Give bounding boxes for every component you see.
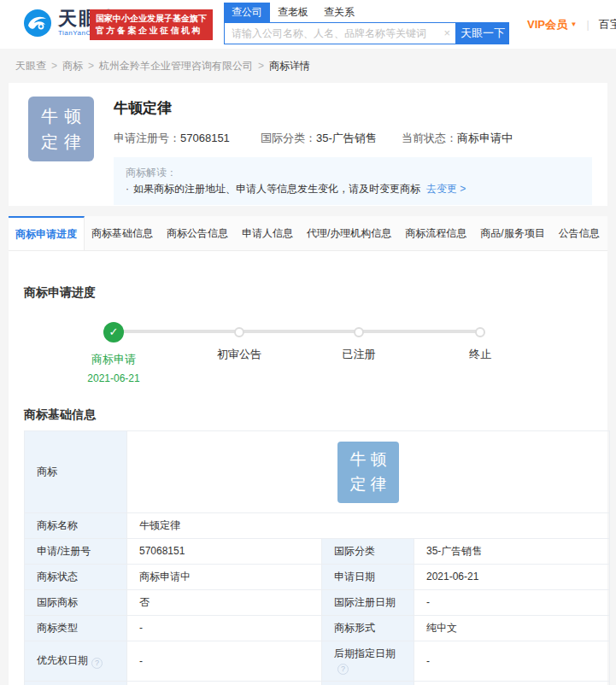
- info-label: 部分驳回: [322, 682, 414, 685]
- table-row: 商标 牛顿 定律: [25, 431, 610, 513]
- check-circle-icon: ✓: [103, 322, 124, 342]
- info-label: 商标: [25, 431, 127, 513]
- trademark-image-table: 牛顿 定律: [337, 442, 399, 503]
- trademark-summary-card: 牛顿 定律 牛顿定律 申请注册号：57068151国际分类：35-广告销售当前状…: [9, 83, 607, 206]
- info-label: 申请/注册号: [25, 539, 127, 565]
- bullet: ·: [126, 183, 129, 195]
- step-date: 2021-06-21: [58, 372, 169, 384]
- interpretation-title: 商标解读：: [126, 165, 580, 181]
- field-label: 国际分类：: [261, 132, 316, 144]
- breadcrumb-separator: >: [88, 60, 94, 72]
- info-value: -: [127, 641, 322, 682]
- go-change-link[interactable]: 去变更 >: [426, 183, 466, 195]
- trademark-field-1: 申请注册号：57068151: [114, 131, 261, 146]
- help-icon[interactable]: ?: [91, 658, 103, 669]
- field-value: 商标申请中: [457, 132, 513, 144]
- info-label: 国际商标: [25, 590, 127, 616]
- info-value: 牛顿定律: [127, 513, 610, 539]
- info-label: 是否共有商标?: [25, 682, 127, 685]
- trademark-image-table-line1: 牛顿: [350, 448, 391, 472]
- tab-3[interactable]: 商标公告信息: [160, 216, 235, 250]
- vip-member-link[interactable]: VIP会员 ▼: [527, 17, 578, 32]
- info-value: -: [414, 641, 610, 682]
- search-tab-1[interactable]: 查公司: [224, 3, 270, 22]
- tab-8[interactable]: 公告信息: [552, 216, 607, 250]
- certification-badge: 国家中小企业发展子基金旗下 官方备案企业征信机构: [90, 9, 213, 40]
- trademark-image-line2: 定律: [41, 129, 87, 155]
- info-value: 牛顿 定律: [127, 431, 610, 513]
- info-value: 纯中文: [414, 616, 610, 641]
- trademark-fields: 申请注册号：57068151国际分类：35-广告销售当前状态：商标申请中: [114, 131, 592, 146]
- table-row: 申请/注册号57068151国际分类35-广告销售: [25, 539, 610, 565]
- field-label: 申请注册号：: [114, 132, 180, 144]
- breadcrumb-current: 商标详情: [269, 60, 310, 72]
- trademark-image: 牛顿 定律: [28, 97, 94, 161]
- search-button[interactable]: 天眼一下: [456, 22, 509, 44]
- tab-4[interactable]: 申请人信息: [235, 216, 300, 250]
- progress-step-3: 已注册: [303, 321, 414, 362]
- basic-info-table: 商标 牛顿 定律 商标名称 牛顿定律 申请/注册号57068151国际分类35-…: [24, 430, 610, 685]
- info-value: 57068151: [127, 539, 322, 565]
- breadcrumb-separator: >: [51, 60, 57, 72]
- breadcrumb-link[interactable]: 商标: [62, 60, 83, 72]
- field-value: 35-广告销售: [316, 132, 377, 144]
- search-input[interactable]: [224, 22, 456, 44]
- info-value: 35-广告销售: [414, 539, 610, 565]
- tab-2[interactable]: 商标基础信息: [85, 216, 160, 250]
- progress-step-1: ✓商标申请2021-06-21: [58, 321, 169, 384]
- detail-tabbar: 商标申请进度商标基础信息商标公告信息申请人信息代理/办理机构信息商标流程信息商品…: [9, 216, 607, 251]
- table-row: 商标类型-商标形式纯中文: [25, 616, 610, 641]
- tab-7[interactable]: 商品/服务项目: [473, 216, 551, 250]
- vip-label: VIP会员: [527, 18, 567, 31]
- tabbar-filler: [607, 216, 607, 250]
- table-row: 国际商标否国际注册日期-: [25, 590, 610, 616]
- pending-circle-icon: [234, 327, 244, 337]
- info-label: 商标名称: [25, 513, 127, 539]
- step-label: 商标申请: [58, 352, 169, 367]
- field-label: 当前状态：: [402, 132, 457, 144]
- field-value: 57068151: [180, 132, 230, 144]
- info-label: 国际注册日期: [322, 590, 414, 616]
- breadcrumb-link[interactable]: 天眼查: [15, 60, 46, 72]
- trademark-field-3: 当前状态：商标申请中: [402, 131, 513, 146]
- interpretation-text: 如果商标的注册地址、申请人等信息发生变化，请及时变更商标: [133, 183, 420, 195]
- search-tab-3[interactable]: 查关系: [316, 3, 362, 22]
- page-title: 牛顿定律: [114, 98, 592, 118]
- info-value: 否: [414, 682, 610, 685]
- table-row: 优先权日期?-后期指定日期?-: [25, 641, 610, 682]
- search-area: 查公司查老板查关系 × 天眼一下: [224, 3, 509, 44]
- table-row: 是否共有商标?否部分驳回否: [25, 682, 610, 685]
- breadcrumb-link[interactable]: 杭州金羚羊企业管理咨询有限公司: [99, 60, 253, 72]
- clear-input-icon[interactable]: ×: [443, 26, 450, 39]
- info-label: 后期指定日期?: [322, 641, 414, 682]
- help-icon[interactable]: ?: [337, 664, 349, 675]
- info-label: 商标形式: [322, 616, 414, 641]
- table-row: 商标状态商标申请中申请日期2021-06-21: [25, 565, 610, 590]
- step-label: 初审公告: [184, 347, 295, 362]
- search-input-box: ×: [224, 22, 456, 44]
- info-label: 国际分类: [322, 539, 414, 565]
- breadcrumb-separator: >: [258, 60, 264, 72]
- table-row: 商标名称 牛顿定律: [25, 513, 610, 539]
- breadcrumb: 天眼查>商标>杭州金羚羊企业管理咨询有限公司>商标详情: [0, 49, 616, 83]
- top-header: 天眼查 TianYanCha.com 国家中小企业发展子基金旗下 官方备案企业征…: [0, 0, 616, 49]
- tab-5[interactable]: 代理/办理机构信息: [300, 216, 398, 250]
- badge-line2: 官方备案企业征信机构: [96, 25, 207, 37]
- info-value: 2021-06-21: [414, 565, 610, 590]
- trademark-interpretation-box: 商标解读： ·如果商标的注册地址、申请人等信息发生变化，请及时变更商标去变更 >: [114, 157, 592, 205]
- tab-1[interactable]: 商标申请进度: [9, 216, 85, 250]
- info-label: 申请日期: [322, 565, 414, 590]
- info-value: -: [414, 590, 610, 616]
- info-label: 商标类型: [25, 616, 127, 641]
- search-tab-2[interactable]: 查老板: [270, 3, 316, 22]
- top-nav: VIP会员 ▼ | 百宝箱: [527, 17, 616, 32]
- info-value: 否: [127, 590, 322, 616]
- progress-steps: ✓商标申请2021-06-21初审公告已注册终止: [9, 321, 607, 389]
- toolbox-link[interactable]: 百宝箱: [599, 17, 616, 32]
- tab-6[interactable]: 商标流程信息: [398, 216, 473, 250]
- info-value: 否: [127, 682, 322, 685]
- trademark-image-table-line2: 定律: [350, 472, 391, 497]
- pending-circle-icon: [475, 327, 485, 337]
- chevron-down-icon: ▼: [571, 20, 578, 28]
- brand-swirl-icon: [23, 9, 52, 38]
